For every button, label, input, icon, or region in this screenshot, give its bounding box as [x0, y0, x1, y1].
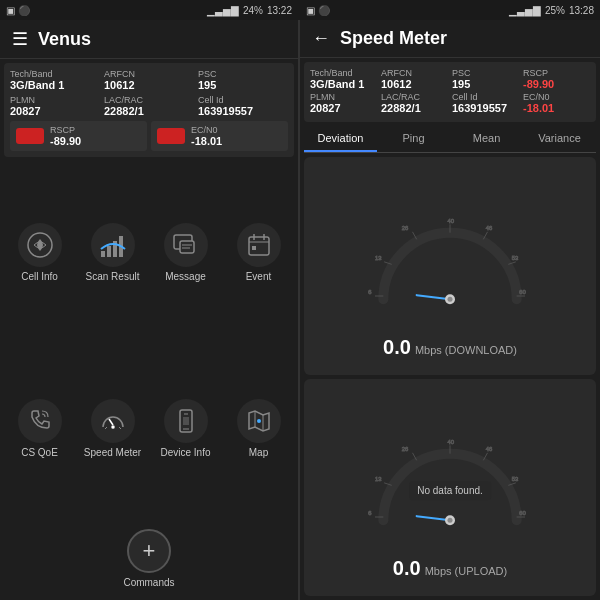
- right-header: ← Speed Meter: [300, 20, 600, 58]
- back-button[interactable]: ←: [312, 28, 330, 49]
- right-signal-icon: ▁▃▅▇: [509, 5, 541, 16]
- svg-rect-13: [252, 246, 256, 250]
- tab-mean[interactable]: Mean: [450, 126, 523, 152]
- r-arfcn-cell: ARFCN 10612: [381, 68, 448, 90]
- upload-number: 0.0: [393, 557, 421, 580]
- svg-text:46: 46: [486, 446, 492, 452]
- right-status-bar: ▣ ⚫ ▁▃▅▇ 25% 13:28: [300, 0, 600, 20]
- svg-line-15: [109, 419, 113, 425]
- right-battery: 25%: [545, 5, 565, 16]
- download-number: 0.0: [383, 336, 411, 359]
- r-ecno-value: -18.01: [523, 102, 590, 114]
- cs-qoe-label: CS QoE: [21, 447, 58, 458]
- ecno-label: EC/N0: [191, 125, 222, 135]
- svg-point-25: [257, 419, 261, 423]
- lac-label: LAC/RAC: [104, 95, 194, 105]
- r-rscp-label: RSCP: [523, 68, 590, 78]
- commands-label: Commands: [123, 577, 174, 588]
- svg-rect-1: [101, 251, 105, 257]
- upload-unit: Mbps (UPLOAD): [425, 565, 508, 577]
- r-tech-cell: Tech/Band 3G/Band 1: [310, 68, 377, 90]
- cell-info-icon: [18, 223, 62, 267]
- left-time: 13:22: [267, 5, 292, 16]
- r-cellid-value: 163919557: [452, 102, 519, 114]
- left-title: Venus: [38, 29, 91, 50]
- cellid-value: 163919557: [198, 105, 288, 117]
- svg-text:46: 46: [486, 225, 492, 231]
- svg-text:60: 60: [519, 289, 526, 295]
- r-cellid-cell: Cell Id 163919557: [452, 92, 519, 114]
- scan-result-icon: [91, 223, 135, 267]
- tab-variance[interactable]: Variance: [523, 126, 596, 152]
- download-unit: Mbps (DOWNLOAD): [415, 344, 517, 356]
- event-icon: [237, 223, 281, 267]
- svg-line-18: [119, 427, 121, 429]
- svg-rect-2: [107, 246, 111, 257]
- svg-text:26: 26: [402, 225, 408, 231]
- menu-item-event[interactable]: Event: [223, 165, 294, 339]
- svg-text:26: 26: [402, 446, 408, 452]
- r-plmn-cell: PLMN 20827: [310, 92, 377, 114]
- no-data-message: No data found.: [409, 482, 491, 501]
- tabs-bar: Deviation Ping Mean Variance: [304, 126, 596, 153]
- svg-point-59: [448, 518, 453, 523]
- menu-item-scan-result[interactable]: Scan Result: [77, 165, 148, 339]
- r-lac-value: 22882/1: [381, 102, 448, 114]
- left-signal-icon: ▁▃▅▇: [207, 5, 239, 16]
- r-ecno-label: EC/N0: [523, 92, 590, 102]
- svg-rect-6: [180, 241, 194, 253]
- right-time: 13:28: [569, 5, 594, 16]
- svg-point-42: [448, 297, 453, 302]
- speed-meter-icon: [91, 399, 135, 443]
- r-arfcn-value: 10612: [381, 78, 448, 90]
- tech-band-cell: Tech/Band 3G/Band 1: [10, 69, 100, 91]
- cellid-label: Cell Id: [198, 95, 288, 105]
- tab-ping[interactable]: Ping: [377, 126, 450, 152]
- download-speed-value: 0.0 Mbps (DOWNLOAD): [383, 336, 517, 359]
- plmn-value: 20827: [10, 105, 100, 117]
- svg-text:13: 13: [375, 476, 381, 482]
- r-psc-value: 195: [452, 78, 519, 90]
- download-gauge-svg: 40 46 53 60 26 13 6: [365, 216, 535, 316]
- menu-item-cell-info[interactable]: Cell Info: [4, 165, 75, 339]
- menu-item-device-info[interactable]: Device Info: [150, 341, 221, 515]
- rscp-label: RSCP: [50, 125, 81, 135]
- r-arfcn-label: ARFCN: [381, 68, 448, 78]
- r-cellid-label: Cell Id: [452, 92, 519, 102]
- svg-line-57: [417, 516, 450, 520]
- menu-item-cs-qoe[interactable]: CS QoE: [4, 341, 75, 515]
- info-row-1: Tech/Band 3G/Band 1 ARFCN 10612 PSC 195: [10, 69, 288, 91]
- right-title: Speed Meter: [340, 28, 447, 49]
- menu-item-commands[interactable]: + Commands: [0, 519, 298, 600]
- svg-line-17: [105, 427, 107, 429]
- r-psc-label: PSC: [452, 68, 519, 78]
- speedometer-container: 40 46 53 60 26 13 6: [300, 153, 600, 600]
- left-info-grid: Tech/Band 3G/Band 1 ARFCN 10612 PSC 195 …: [4, 63, 294, 157]
- message-label: Message: [165, 271, 206, 282]
- menu-item-map[interactable]: Map: [223, 341, 294, 515]
- hamburger-icon[interactable]: ☰: [12, 28, 28, 50]
- upload-speed-value: 0.0 Mbps (UPLOAD): [393, 557, 507, 580]
- r-ecno-cell: EC/N0 -18.01: [523, 92, 590, 114]
- device-info-label: Device Info: [160, 447, 210, 458]
- menu-item-message[interactable]: Message: [150, 165, 221, 339]
- r-rscp-value: -89.90: [523, 78, 590, 90]
- right-info-row-1: Tech/Band 3G/Band 1 ARFCN 10612 PSC 195 …: [310, 68, 590, 90]
- tab-deviation[interactable]: Deviation: [304, 126, 377, 152]
- lac-value: 22882/1: [104, 105, 194, 117]
- psc-cell: PSC 195: [198, 69, 288, 91]
- left-header: ☰ Venus: [0, 20, 298, 59]
- menu-grid: Cell Info Scan Result: [0, 161, 298, 519]
- right-info-row-2: PLMN 20827 LAC/RAC 22882/1 Cell Id 16391…: [310, 92, 590, 114]
- r-tech-value: 3G/Band 1: [310, 78, 377, 90]
- event-label: Event: [246, 271, 272, 282]
- svg-text:60: 60: [519, 511, 526, 517]
- rscp-indicator: [16, 128, 44, 144]
- left-panel: ☰ Venus Tech/Band 3G/Band 1 ARFCN 10612 …: [0, 20, 298, 600]
- svg-text:13: 13: [375, 255, 381, 261]
- r-lac-cell: LAC/RAC 22882/1: [381, 92, 448, 114]
- menu-item-speed-meter[interactable]: Speed Meter: [77, 341, 148, 515]
- plmn-cell: PLMN 20827: [10, 95, 100, 117]
- right-info-grid: Tech/Band 3G/Band 1 ARFCN 10612 PSC 195 …: [304, 62, 596, 122]
- left-status-bar: ▣ ⚫ ▁▃▅▇ 24% 13:22: [0, 0, 298, 20]
